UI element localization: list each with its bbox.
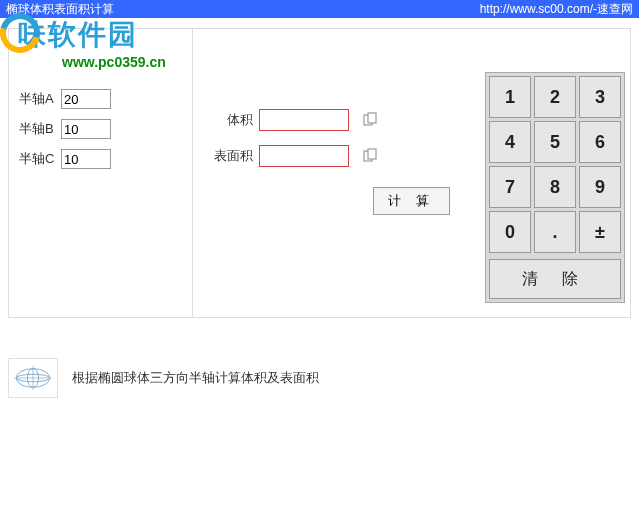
key-4[interactable]: 4 bbox=[489, 121, 531, 163]
key-3[interactable]: 3 bbox=[579, 76, 621, 118]
input-axis-a[interactable] bbox=[61, 89, 111, 109]
key-2[interactable]: 2 bbox=[534, 76, 576, 118]
key-7[interactable]: 7 bbox=[489, 166, 531, 208]
site-link[interactable]: http://www.sc00.com/-速查网 bbox=[480, 0, 633, 18]
svg-rect-3 bbox=[368, 149, 376, 159]
label-axis-a: 半轴A bbox=[19, 90, 61, 108]
volume-label: 体积 bbox=[213, 111, 259, 129]
key-1[interactable]: 1 bbox=[489, 76, 531, 118]
input-axis-b[interactable] bbox=[61, 119, 111, 139]
label-axis-c: 半轴C bbox=[19, 150, 61, 168]
key-dot[interactable]: . bbox=[534, 211, 576, 253]
window-title: 椭球体积表面积计算 bbox=[6, 0, 114, 18]
inputs-panel: 半轴A 半轴B 半轴C bbox=[8, 28, 193, 318]
input-axis-c[interactable] bbox=[61, 149, 111, 169]
label-axis-b: 半轴B bbox=[19, 120, 61, 138]
volume-output[interactable] bbox=[259, 109, 349, 131]
ellipsoid-icon bbox=[8, 358, 58, 398]
description-row: 根据椭圆球体三方向半轴计算体积及表面积 bbox=[8, 358, 631, 398]
svg-rect-1 bbox=[368, 113, 376, 123]
key-0[interactable]: 0 bbox=[489, 211, 531, 253]
description-text: 根据椭圆球体三方向半轴计算体积及表面积 bbox=[72, 369, 319, 387]
clear-button[interactable]: 清 除 bbox=[489, 259, 621, 299]
surface-output[interactable] bbox=[259, 145, 349, 167]
title-bar: 椭球体积表面积计算 http://www.sc00.com/-速查网 bbox=[0, 0, 639, 18]
key-5[interactable]: 5 bbox=[534, 121, 576, 163]
key-plusminus[interactable]: ± bbox=[579, 211, 621, 253]
calculate-button[interactable]: 计 算 bbox=[373, 187, 451, 215]
copy-surface-icon[interactable] bbox=[363, 148, 379, 165]
key-9[interactable]: 9 bbox=[579, 166, 621, 208]
keypad: 1 2 3 4 5 6 7 8 9 0 . ± 清 除 bbox=[485, 72, 625, 303]
key-6[interactable]: 6 bbox=[579, 121, 621, 163]
surface-label: 表面积 bbox=[213, 147, 259, 165]
key-8[interactable]: 8 bbox=[534, 166, 576, 208]
copy-volume-icon[interactable] bbox=[363, 112, 379, 129]
